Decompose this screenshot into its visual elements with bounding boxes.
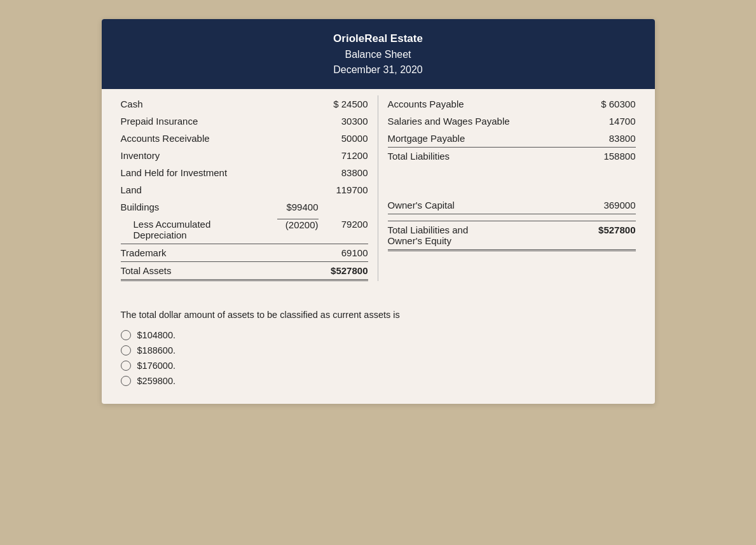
land-label: Land — [121, 184, 277, 195]
radio-circle-1[interactable] — [121, 330, 131, 340]
lhi-sub — [277, 167, 319, 178]
balance-sheet-columns: Cash $ 24500 Prepaid Insurance 30300 Acc… — [121, 95, 636, 281]
page-wrapper: OrioleReal Estate Balance Sheet December… — [102, 19, 655, 404]
total-assets-sub — [277, 265, 319, 276]
inventory-amount: 71200 — [324, 150, 368, 161]
total-assets-label: Total Assets — [121, 265, 277, 276]
less-acc-label: Less Accumulated Depreciation — [134, 219, 277, 240]
option-4[interactable]: $259800. — [121, 376, 636, 386]
land-sub — [277, 184, 319, 195]
balance-sheet-card: OrioleReal Estate Balance Sheet December… — [102, 19, 655, 404]
card-body: Cash $ 24500 Prepaid Insurance 30300 Acc… — [102, 89, 655, 294]
total-assets-amount: $527800 — [324, 265, 368, 276]
accounts-payable-row: Accounts Payable $ 60300 — [388, 95, 636, 113]
less-acc-row: Less Accumulated Depreciation (20200) 79… — [121, 216, 368, 244]
owners-capital-label: Owner's Capital — [388, 200, 591, 210]
liabilities-equity-section: Accounts Payable $ 60300 Salaries and Wa… — [378, 95, 636, 281]
buildings-main-amount — [324, 202, 368, 212]
spacer5 — [388, 190, 636, 197]
question-text: The total dollar amount of assets to be … — [121, 310, 636, 320]
report-date: December 31, 2020 — [114, 62, 642, 78]
radio-circle-4[interactable] — [121, 376, 131, 386]
spacer6 — [388, 214, 636, 221]
inv-sub — [277, 150, 319, 161]
total-liabilities-row: Total Liabilities 158800 — [388, 147, 636, 165]
card-header: OrioleReal Estate Balance Sheet December… — [102, 19, 655, 89]
option-2-label: $188600. — [137, 345, 175, 355]
buildings-row: Buildings $99400 — [121, 198, 368, 216]
prepaid-insurance-label: Prepaid Insurance — [121, 116, 277, 127]
buildings-sub-amount: $99400 — [277, 202, 319, 212]
owners-capital-row: Owner's Capital 369000 — [388, 197, 636, 214]
less-acc-sub: (20200) — [277, 219, 319, 240]
spacer1 — [388, 165, 636, 171]
accounts-receivable-row: Accounts Receivable 50000 — [121, 130, 368, 147]
trademark-sub — [277, 247, 319, 258]
cash-row: Cash $ 24500 — [121, 95, 368, 113]
radio-circle-3[interactable] — [121, 361, 131, 371]
land-investment-row: Land Held for Investment 83800 — [121, 164, 368, 181]
accounts-payable-label: Accounts Payable — [388, 99, 591, 109]
company-name: OrioleReal Estate — [114, 31, 642, 47]
land-row: Land 119700 — [121, 181, 368, 198]
land-investment-amount: 83800 — [324, 167, 368, 178]
cash-sub — [277, 99, 319, 109]
accounts-receivable-label: Accounts Receivable — [121, 133, 277, 144]
option-2[interactable]: $188600. — [121, 345, 636, 355]
trademark-label: Trademark — [121, 247, 277, 258]
inventory-row: Inventory 71200 — [121, 147, 368, 164]
cash-label: Cash — [121, 99, 277, 109]
total-liabilities-amount: 158800 — [591, 151, 636, 162]
question-section: The total dollar amount of assets to be … — [102, 294, 655, 404]
ar-sub — [277, 133, 319, 144]
prepaid-sub — [277, 116, 319, 127]
accounts-receivable-amount: 50000 — [324, 133, 368, 144]
owners-capital-amount: 369000 — [591, 200, 636, 210]
cash-amount: $ 24500 — [324, 99, 368, 109]
trademark-row: Trademark 69100 — [121, 244, 368, 261]
option-1[interactable]: $104800. — [121, 330, 636, 340]
radio-circle-2[interactable] — [121, 345, 131, 355]
salaries-payable-row: Salaries and Wages Payable 14700 — [388, 113, 636, 130]
option-3[interactable]: $176000. — [121, 361, 636, 371]
total-equity-row: Total Liabilities and Owner's Equity $52… — [388, 221, 636, 251]
accounts-payable-amount: $ 60300 — [591, 99, 636, 109]
prepaid-insurance-row: Prepaid Insurance 30300 — [121, 113, 368, 130]
prepaid-insurance-amount: 30300 — [324, 116, 368, 127]
spacer4 — [388, 184, 636, 190]
option-3-label: $176000. — [137, 361, 175, 371]
land-amount: 119700 — [324, 184, 368, 195]
buildings-label: Buildings — [121, 202, 277, 212]
mortgage-payable-label: Mortgage Payable — [388, 133, 591, 144]
assets-section: Cash $ 24500 Prepaid Insurance 30300 Acc… — [121, 95, 378, 281]
total-equity-amount: $527800 — [591, 224, 636, 246]
mortgage-payable-amount: 83800 — [591, 133, 636, 144]
salaries-payable-label: Salaries and Wages Payable — [388, 116, 591, 127]
report-type: Balance Sheet — [114, 47, 642, 62]
spacer3 — [388, 177, 636, 184]
total-liabilities-label: Total Liabilities — [388, 151, 591, 162]
buildings-net-amount: 79200 — [324, 219, 368, 240]
trademark-amount: 69100 — [324, 247, 368, 258]
option-1-label: $104800. — [137, 330, 175, 340]
inventory-label: Inventory — [121, 150, 277, 161]
salaries-payable-amount: 14700 — [591, 116, 636, 127]
mortgage-payable-row: Mortgage Payable 83800 — [388, 130, 636, 147]
spacer2 — [388, 171, 636, 177]
option-4-label: $259800. — [137, 376, 175, 386]
total-equity-label: Total Liabilities and Owner's Equity — [388, 224, 591, 246]
land-investment-label: Land Held for Investment — [121, 167, 277, 178]
total-assets-row: Total Assets $527800 — [121, 261, 368, 281]
